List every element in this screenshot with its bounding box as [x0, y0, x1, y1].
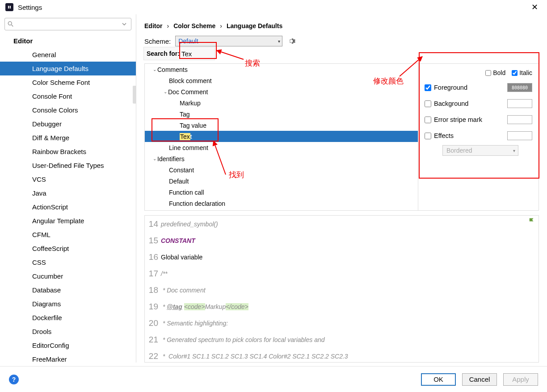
category-item[interactable]: Text	[145, 131, 418, 142]
sidebar-scrollbar[interactable]	[133, 86, 136, 104]
sidebar-item[interactable]: FreeMarker	[0, 352, 136, 363]
chevron-down-icon: ▾	[513, 148, 515, 153]
category-item[interactable]: ⌄Doc Comment	[145, 86, 418, 97]
line-number: 21	[145, 335, 161, 345]
sidebar-item[interactable]: VCS	[0, 172, 136, 186]
preview-line: 20 * Semantic highlighting:	[145, 315, 539, 331]
preview-line: 22 * Color#1 SC1.1 SC1.2 SC1.3 SC1.4 Col…	[145, 348, 539, 363]
sidebar-item[interactable]: EditorConfig	[0, 338, 136, 352]
help-icon[interactable]: ?	[9, 375, 19, 384]
effects-label: Effects	[434, 132, 505, 139]
line-number: 19	[145, 302, 161, 312]
sidebar-item[interactable]: CSS	[0, 255, 136, 269]
breadcrumb-item: Language Defaults	[227, 22, 282, 29]
category-item[interactable]: Markup	[145, 97, 418, 108]
sidebar-item[interactable]: Dockerfile	[0, 311, 136, 325]
category-item[interactable]: Tag value	[145, 120, 418, 131]
sidebar-item[interactable]: Diff & Merge	[0, 131, 136, 145]
sidebar-item[interactable]: General	[0, 48, 136, 62]
errorstripe-checkbox[interactable]	[425, 117, 431, 123]
sidebar-item[interactable]: Diagrams	[0, 297, 136, 311]
category-item[interactable]: Function call	[145, 187, 418, 198]
sidebar-item[interactable]: CFML	[0, 228, 136, 242]
category-item[interactable]: ⌄Comments	[145, 64, 418, 75]
expand-icon[interactable]: ⌄	[163, 89, 168, 94]
effects-swatch[interactable]	[507, 131, 532, 140]
sidebar: EditorGeneralLanguage DefaultsColor Sche…	[0, 14, 136, 363]
sidebar-item[interactable]: User-Defined File Types	[0, 158, 136, 172]
category-item[interactable]: Constant	[145, 164, 418, 175]
preview-flag-icon	[529, 217, 535, 225]
breadcrumb-item[interactable]: Color Scheme	[173, 22, 215, 29]
sidebar-search[interactable]	[4, 18, 131, 30]
effects-checkbox[interactable]	[425, 133, 431, 139]
category-item[interactable]: Default	[145, 175, 418, 187]
sidebar-tree: EditorGeneralLanguage DefaultsColor Sche…	[0, 33, 136, 363]
preview-line: 18 * Doc comment	[145, 282, 539, 298]
sidebar-item[interactable]: Rainbow Brackets	[0, 145, 136, 158]
sidebar-item[interactable]: Language Defaults	[0, 62, 136, 75]
line-number: 16	[145, 252, 161, 262]
sidebar-item[interactable]: Drools	[0, 325, 136, 338]
category-item[interactable]: Line comment	[145, 142, 418, 153]
line-number: 17	[145, 269, 161, 279]
footer: ? OK Cancel Apply	[0, 366, 547, 392]
preview-pane[interactable]: 14predefined_symbol()15CONSTANT16Global …	[144, 215, 539, 363]
breadcrumb-sep: ›	[220, 22, 222, 29]
foreground-swatch[interactable]: 808080	[507, 83, 532, 92]
breadcrumb-item[interactable]: Editor	[144, 22, 162, 29]
search-icon	[8, 21, 14, 27]
category-item[interactable]: ⌄Identifiers	[145, 153, 418, 164]
sidebar-header[interactable]: Editor	[0, 34, 136, 48]
sidebar-item[interactable]: ActionScript	[0, 200, 136, 214]
background-checkbox[interactable]	[425, 100, 431, 107]
foreground-label: Foreground	[434, 84, 505, 91]
category-item[interactable]: Function declaration	[145, 198, 418, 209]
scheme-select[interactable]: Default ▾	[175, 36, 282, 46]
breadcrumb-sep: ›	[167, 22, 169, 29]
foreground-checkbox[interactable]	[425, 84, 431, 91]
close-icon[interactable]: ✕	[528, 0, 542, 14]
background-swatch[interactable]	[507, 99, 532, 108]
errorstripe-label: Error stripe mark	[434, 116, 505, 123]
preview-line: 21 * Generated spectrum to pick colors f…	[145, 331, 539, 348]
chevron-down-icon: ▾	[278, 39, 280, 44]
ok-button[interactable]: OK	[421, 373, 456, 386]
sidebar-item[interactable]: Java	[0, 186, 136, 200]
sidebar-item[interactable]: Console Colors	[0, 103, 136, 117]
sidebar-item[interactable]: Cucumber	[0, 269, 136, 283]
cancel-button[interactable]: Cancel	[462, 373, 497, 386]
category-item[interactable]: Block comment	[145, 75, 418, 86]
italic-checkbox[interactable]: Italic	[512, 69, 532, 76]
search-for-label: Search for:	[144, 50, 181, 57]
window-title: Settings	[18, 4, 528, 11]
effects-type-select[interactable]: Bordered ▾	[442, 145, 518, 156]
svg-point-1	[8, 21, 12, 25]
category-item[interactable]: Tag	[145, 108, 418, 120]
line-number: 15	[145, 236, 161, 246]
sidebar-item[interactable]: Debugger	[0, 117, 136, 131]
preview-line: 17/**	[145, 265, 539, 282]
line-number: 14	[145, 219, 161, 229]
sidebar-item[interactable]: Console Font	[0, 89, 136, 103]
sidebar-item[interactable]: Color Scheme Font	[0, 75, 136, 89]
category-tree[interactable]: ⌄CommentsBlock comment⌄Doc CommentMarkup…	[144, 63, 418, 211]
sidebar-search-input[interactable]	[16, 21, 122, 28]
errorstripe-swatch[interactable]	[507, 115, 532, 124]
sidebar-item[interactable]: Angular Template	[0, 214, 136, 228]
line-number: 22	[145, 351, 161, 361]
apply-button[interactable]: Apply	[503, 373, 538, 386]
sidebar-item[interactable]: Database	[0, 283, 136, 297]
expand-icon[interactable]: ⌄	[152, 67, 157, 72]
sidebar-item[interactable]: CoffeeScript	[0, 242, 136, 255]
scheme-value: Default	[178, 38, 198, 45]
gear-icon[interactable]	[287, 37, 296, 46]
preview-line: 19 * @tag <code>Markup</code>	[145, 298, 539, 315]
preview-line: 14predefined_symbol()	[145, 216, 539, 232]
line-number: 20	[145, 318, 161, 328]
category-item[interactable]: Global variable	[145, 209, 418, 211]
bold-checkbox[interactable]: Bold	[485, 69, 505, 76]
chevron-down-icon[interactable]	[122, 22, 126, 26]
expand-icon[interactable]: ⌄	[152, 156, 157, 161]
search-for-input[interactable]	[181, 50, 215, 58]
